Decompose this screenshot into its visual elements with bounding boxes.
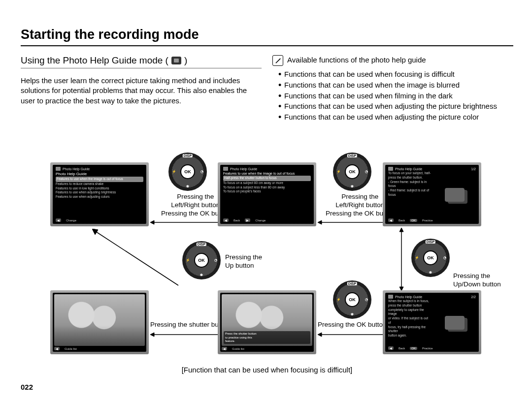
note-title: Available functions of the photo help gu… (287, 55, 426, 65)
lcd-footer-label: Practice (422, 219, 433, 222)
lcd-title: Photo Help Guide (395, 295, 422, 299)
control-dial: DISP ⚡ ◔ ❀ OK (411, 239, 450, 277)
svg-marker-14 (318, 333, 322, 337)
flash-icon: ⚡ (415, 256, 419, 260)
note-bullet: Functions that can be used when adjustin… (278, 112, 513, 123)
dial-disp-label: DISP (183, 154, 193, 157)
lcd-footer-key: OK (410, 219, 417, 222)
control-dial: DISP ⚡ ◔ ❀ OK (333, 280, 371, 319)
lcd-footer-label: Guide list (65, 347, 77, 350)
arrow-vertical (398, 228, 405, 291)
help-guide-mode-icon (171, 57, 181, 64)
control-dial: DISP ⚡ ◔ ❀ OK (182, 241, 221, 279)
caption-ok: Pressing the OK button (318, 321, 387, 329)
note-icon (272, 55, 283, 66)
lcd-page-indicator: 2/2 (471, 295, 476, 299)
lcd-footer-label: Guide list (232, 347, 244, 350)
svg-marker-12 (150, 333, 154, 337)
lcd-page-indicator: 1/2 (471, 167, 476, 171)
heading-prefix: Using the Photo Help Guide mode ( (21, 55, 168, 66)
lcd-footer-label: Back (399, 219, 405, 222)
lcd-footer-label: Practice (422, 347, 433, 350)
timer-icon: ◔ (443, 256, 446, 260)
page-number: 022 (21, 383, 33, 391)
arrow-right (150, 219, 224, 226)
ok-button: OK (194, 253, 209, 268)
macro-icon: ❀ (186, 185, 189, 188)
lcd-menu-item: To focus on people's faces (223, 189, 311, 194)
flash-icon: ⚡ (336, 170, 341, 174)
lcd-menu-item-selected: Features to use when the image is out of… (56, 177, 143, 182)
lcd-title: Photo Help Guide (63, 167, 90, 171)
lcd-illustration (433, 171, 476, 218)
lcd-footer-label: Change (66, 219, 76, 222)
lcd-menu-item-selected: Half-press the shutter button to focus (223, 176, 311, 181)
macro-icon: ❀ (351, 312, 354, 316)
lcd-screen-d: Photo Help Guide2/2 When the subject is … (383, 290, 481, 354)
svg-marker-9 (399, 228, 403, 232)
timer-icon: ◔ (200, 170, 203, 174)
svg-marker-4 (318, 220, 322, 224)
arrow-right (318, 219, 388, 226)
lcd-subtitle: Photo Help Guide (56, 172, 143, 176)
lcd-screen-photo-live: ◀Guide list (50, 290, 149, 354)
lcd-text: When the subject is in focus, press the … (388, 299, 431, 346)
caption-up: Pressing the Up button (225, 253, 262, 270)
left-column: Using the Photo Help Guide mode ( ) Help… (21, 55, 262, 123)
flow-caption: [Function that can be used when focusing… (182, 366, 353, 374)
lcd-subtitle: Features to use when the image is out of… (223, 172, 311, 175)
arrow-diagonal (92, 229, 181, 288)
camera-icon (223, 167, 228, 171)
lcd-menu-item: Features to reduce camera shake (56, 182, 143, 186)
section-heading: Using the Photo Help Guide mode ( ) (21, 55, 262, 68)
note-bullet: Functions that can be used when adjustin… (278, 101, 513, 112)
ok-button: OK (345, 164, 360, 179)
lcd-practice-overlay: Press the shutter button to practice usi… (224, 331, 310, 344)
ok-button: OK (345, 292, 360, 307)
dial-disp-label: DISP (197, 243, 206, 246)
lcd-title: Photo Help Guide (230, 167, 257, 171)
lcd-menu-item: To focus on a subject 80 cm away or more (223, 181, 311, 185)
camera-icon (56, 167, 61, 171)
macro-icon: ❀ (200, 273, 203, 277)
arrow-left (150, 331, 224, 338)
flash-icon: ⚡ (172, 170, 176, 174)
lcd-footer-label: Back (399, 347, 405, 350)
lcd-menu-list: Half-press the shutter button to focus T… (223, 176, 311, 194)
lcd-illustration (433, 299, 476, 346)
macro-icon: ❀ (429, 271, 432, 275)
live-view-photo: Press the shutter button to practice usi… (222, 294, 312, 346)
ok-button: OK (180, 164, 195, 179)
lcd-menu-list: Features to use when the image is out of… (56, 177, 143, 199)
right-column: Available functions of the photo help gu… (272, 55, 513, 123)
svg-line-6 (96, 232, 178, 285)
note-bullet: Functions that can be used when the imag… (278, 80, 513, 91)
timer-icon: ◔ (365, 170, 368, 174)
camera-icon (388, 295, 393, 299)
camera-icon (388, 167, 393, 171)
dial-disp-label: DISP (426, 240, 435, 244)
control-dial: DISP ⚡ ◔ ❀ OK (168, 153, 207, 191)
manual-page: Starting the recording mode Using the Ph… (0, 0, 532, 401)
lcd-screen-photo-overlay: Press the shutter button to practice usi… (218, 290, 316, 354)
page-title: Starting the recording mode (21, 27, 513, 42)
lcd-menu-item: Features to use in low light conditions (56, 186, 143, 191)
timer-icon: ◔ (214, 258, 217, 262)
lcd-menu-item: Features to use when adjusting colors (56, 195, 143, 199)
flash-icon: ⚡ (186, 258, 190, 262)
flow-diagram: Photo Help Guide Photo Help Guide Featur… (21, 143, 513, 379)
two-column-layout: Using the Photo Help Guide mode ( ) Help… (21, 55, 513, 123)
svg-marker-7 (92, 229, 98, 235)
timer-icon: ◔ (365, 298, 368, 302)
lcd-title: Photo Help Guide (395, 167, 422, 171)
lcd-footer-key: OK (410, 347, 417, 350)
lcd-menu-item: Features to use when adjusting brightnes… (56, 190, 143, 195)
macro-icon: ❀ (351, 185, 354, 188)
note-header: Available functions of the photo help gu… (272, 55, 513, 66)
ok-button: OK (423, 250, 438, 265)
dial-disp-label: DISP (347, 282, 357, 285)
lcd-screen-c: Photo Help Guide1/2 To focus on your sub… (383, 162, 481, 226)
title-divider (21, 45, 513, 46)
control-dial: DISP ⚡ ◔ ❀ OK (333, 153, 371, 191)
dial-disp-label: DISP (347, 154, 357, 157)
